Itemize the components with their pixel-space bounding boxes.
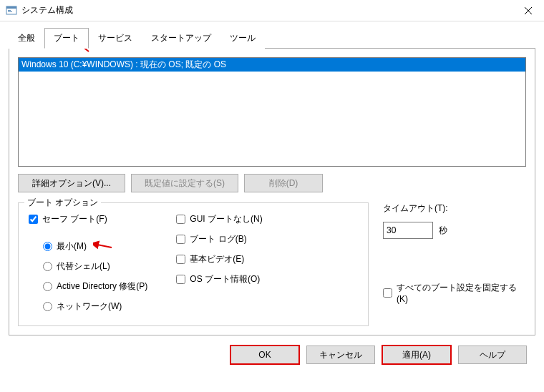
boot-log-checkbox[interactable]: ブート ログ(B) [176,233,262,245]
os-boot-info-input[interactable] [176,275,185,284]
boot-log-label: ブート ログ(B) [190,233,246,245]
right-column: GUI ブートなし(N) ブート ログ(B) 基本ビデオ(E) OS [176,213,262,313]
os-boot-info-checkbox[interactable]: OS ブート情報(O) [176,273,262,285]
minimal-label: 最小(M) [57,240,87,253]
boot-log-input[interactable] [176,235,185,244]
safe-boot-checkbox[interactable]: セーフ ブート(F) [29,213,147,225]
apply-button[interactable]: 適用(A) [382,346,451,364]
alt-shell-radio[interactable]: 代替シェル(L) [43,260,147,273]
base-video-label: 基本ビデオ(E) [190,253,244,265]
network-radio[interactable]: ネットワーク(W) [43,300,147,313]
options-columns: セーフ ブート(F) 最小(M) [29,213,358,313]
svg-rect-1 [6,6,16,9]
timeout-input[interactable] [383,222,433,239]
tab-strip: 全般 ブート サービス スタートアップ ツール [9,28,535,49]
no-gui-input[interactable] [176,215,185,224]
tab-panel-boot: Windows 10 (C:¥WINDOWS) : 現在の OS; 既定の OS… [9,48,535,335]
advanced-options-button[interactable]: 詳細オプション(V)... [18,174,125,192]
annotation-arrow-minimal [93,239,115,252]
safe-boot-radio-group: 最小(M) 代替シェル(L) Active [43,240,147,313]
fix-settings-input[interactable] [383,288,392,298]
dialog-buttons: OK キャンセル 適用(A) ヘルプ [9,335,535,364]
base-video-input[interactable] [176,255,185,264]
set-default-button: 既定値に設定する(S) [131,174,238,192]
content: 全般 ブート サービス スタートアップ ツール Windows 10 (C:¥W… [0,21,544,373]
minimal-radio[interactable]: 最小(M) [43,240,147,253]
network-label: ネットワーク(W) [57,300,122,313]
delete-button: 削除(D) [244,174,323,192]
titlebar: システム構成 [0,0,544,21]
button-row: 詳細オプション(V)... 既定値に設定する(S) 削除(D) [18,174,526,192]
minimal-input[interactable] [43,242,52,251]
timeout-row: 秒 [383,222,526,239]
alt-shell-input[interactable] [43,262,52,271]
os-boot-info-label: OS ブート情報(O) [190,273,260,285]
help-button[interactable]: ヘルプ [458,346,527,364]
svg-line-9 [97,245,112,248]
svg-rect-3 [8,11,12,12]
safe-boot-input[interactable] [29,215,38,224]
fix-settings-label: すべてのブート設定を固定する(K) [397,282,526,304]
fix-settings-checkbox[interactable]: すべてのブート設定を固定する(K) [383,282,526,304]
tab-services[interactable]: サービス [89,28,142,49]
alt-shell-label: 代替シェル(L) [57,260,110,273]
boot-os-item[interactable]: Windows 10 (C:¥WINDOWS) : 現在の OS; 既定の OS [19,58,525,72]
timeout-panel: タイムアウト(T): 秒 すべてのブート設定を固定する(K) [383,202,526,326]
cancel-button[interactable]: キャンセル [306,346,375,364]
tab-boot[interactable]: ブート [44,28,89,49]
app-icon [6,5,17,16]
network-input[interactable] [43,302,52,311]
ok-button[interactable]: OK [230,346,299,364]
ad-repair-input[interactable] [43,282,52,291]
base-video-checkbox[interactable]: 基本ビデオ(E) [176,253,262,265]
timeout-label: タイムアウト(T): [383,202,526,215]
options-row: ブート オプション セーフ ブート(F) 最小(M) [18,202,526,326]
ad-repair-radio[interactable]: Active Directory 修復(P) [43,280,147,293]
left-column: セーフ ブート(F) 最小(M) [29,213,147,313]
tab-startup[interactable]: スタートアップ [142,28,220,49]
tab-tools[interactable]: ツール [220,28,265,49]
safe-boot-label: セーフ ブート(F) [42,213,107,225]
tab-general[interactable]: 全般 [9,28,44,49]
close-button[interactable] [512,0,544,21]
svg-rect-2 [8,10,11,11]
no-gui-label: GUI ブートなし(N) [190,213,262,225]
group-title: ブート オプション [24,197,101,209]
timeout-unit: 秒 [439,225,447,237]
ad-repair-label: Active Directory 修復(P) [57,280,147,293]
window-title: システム構成 [21,4,73,16]
no-gui-checkbox[interactable]: GUI ブートなし(N) [176,213,262,225]
boot-options-group: ブート オプション セーフ ブート(F) 最小(M) [18,202,369,326]
boot-os-list[interactable]: Windows 10 (C:¥WINDOWS) : 現在の OS; 既定の OS [18,57,526,167]
